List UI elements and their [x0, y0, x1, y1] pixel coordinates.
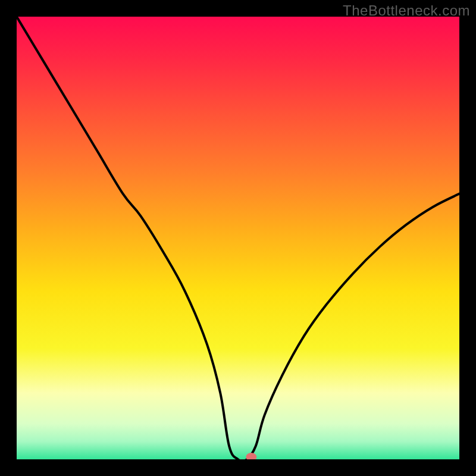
bottleneck-chart	[17, 17, 459, 459]
watermark-text: TheBottleneck.com	[343, 2, 470, 19]
gradient-background	[17, 17, 459, 459]
chart-svg	[17, 17, 459, 459]
chart-frame: TheBottleneck.com	[0, 0, 476, 476]
